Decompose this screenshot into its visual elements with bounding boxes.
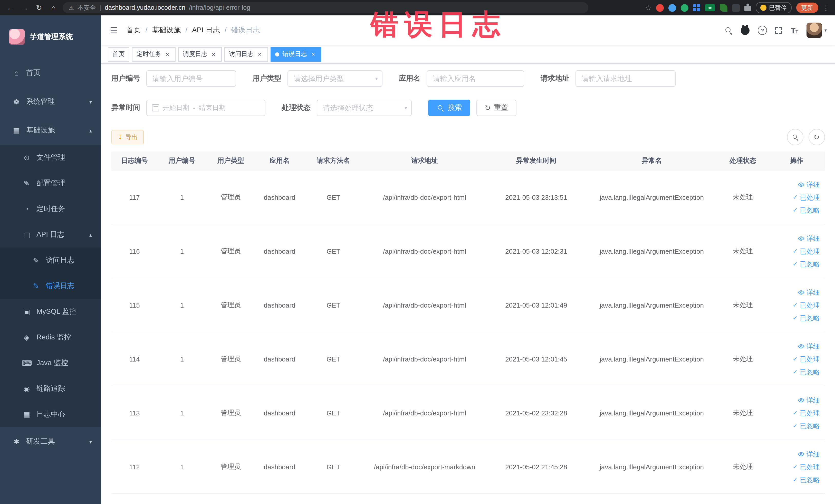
cell-method: GET (304, 224, 363, 278)
close-icon[interactable]: × (309, 51, 317, 58)
process-status-select[interactable] (317, 100, 412, 116)
mark-ignored-link[interactable]: ✓ 已忽略 (772, 311, 822, 324)
extension-icon-leaf[interactable] (720, 4, 728, 12)
mark-processed-link[interactable]: ✓ 已处理 (772, 406, 822, 419)
close-icon[interactable]: × (164, 51, 171, 58)
sidebar-item-infra[interactable]: ▦ 基础设施 ▴ (0, 116, 101, 145)
bookmark-star-icon[interactable]: ☆ (645, 4, 651, 12)
browser-menu-icon[interactable]: ⋮ (823, 4, 830, 12)
mark-ignored-link[interactable]: ✓ 已忽略 (772, 365, 822, 378)
tools-icon: ✱ (11, 438, 22, 446)
update-button[interactable]: 更新 (796, 3, 818, 13)
cell-exception-name: java.lang.IllegalArgumentException (586, 386, 717, 440)
back-icon[interactable]: ← (5, 4, 15, 12)
reload-icon[interactable]: ↻ (34, 4, 44, 12)
sidebar-item-log-center[interactable]: ▤ 日志中心 (0, 402, 101, 427)
mark-processed-link[interactable]: ✓ 已处理 (772, 352, 822, 365)
mark-processed-link[interactable]: ✓ 已处理 (772, 299, 822, 311)
cell-log-id: 117 (111, 170, 158, 224)
sidebar-collapse-icon[interactable]: ☰ (110, 25, 118, 36)
mark-ignored-link[interactable]: ✓ 已忽略 (772, 204, 822, 217)
search-button[interactable]: 搜索 (428, 100, 470, 116)
help-icon[interactable]: ? (758, 26, 767, 35)
sidebar-item-config-manage[interactable]: ✎ 配置管理 (0, 170, 101, 196)
sidebar-item-system[interactable]: ☸ 系统管理 ▾ (0, 87, 101, 116)
mark-ignored-link[interactable]: ✓ 已忽略 (772, 258, 822, 270)
sidebar-item-file-manage[interactable]: ⊙ 文件管理 (0, 145, 101, 170)
close-icon[interactable]: × (210, 51, 217, 58)
tab-schedule-log[interactable]: 调度日志 × (178, 47, 222, 61)
extension-icon-red[interactable] (656, 4, 664, 12)
app-name-input[interactable] (427, 70, 524, 87)
breadcrumb-infra[interactable]: 基础设施 (141, 26, 181, 35)
detail-link[interactable]: 详细 (772, 286, 822, 299)
mark-ignored-link[interactable]: ✓ 已忽略 (772, 473, 822, 486)
sidebar-item-access-log[interactable]: ✎ 访问日志 (0, 247, 101, 273)
sidebar-item-trace[interactable]: ◉ 链路追踪 (0, 376, 101, 402)
main-area: ☰ 首页 基础设施 API 日志 错误日志 ? TT ▾ (101, 15, 835, 504)
fullscreen-icon[interactable] (775, 27, 782, 34)
check-icon: ✓ (793, 406, 798, 419)
user-id-input[interactable] (146, 70, 236, 87)
detail-link[interactable]: 详细 (772, 447, 822, 460)
toggle-search-button[interactable] (787, 129, 803, 145)
tab-access-log[interactable]: 访问日志 × (224, 47, 268, 61)
sidebar-item-java-monitor[interactable]: ⌨ Java 监控 (0, 350, 101, 376)
browser-chrome: ← → ↻ ⌂ ⚠ 不安全 | dashboard.yudao.iocoder.… (0, 0, 835, 15)
column-header: 异常发生时间 (486, 152, 586, 170)
sidebar-item-error-log[interactable]: ✎ 错误日志 (0, 273, 101, 299)
table-row: 116 1 管理员 dashboard GET /api/infra/db-do… (111, 224, 825, 278)
breadcrumb-api-log[interactable]: API 日志 (181, 26, 220, 35)
detail-link[interactable]: 详细 (772, 178, 822, 191)
breadcrumb-home[interactable]: 首页 (126, 26, 141, 35)
field-label: 用户编号 (111, 74, 140, 83)
search-icon (437, 104, 444, 111)
sidebar-item-devtools[interactable]: ✱ 研发工具 ▾ (0, 427, 101, 456)
sidebar-item-mysql-monitor[interactable]: ▣ MySQL 监控 (0, 299, 101, 324)
user-type-select[interactable] (287, 70, 383, 87)
tab-scheduled-task[interactable]: 定时任务 × (132, 47, 176, 61)
cell-log-id: 112 (111, 440, 158, 494)
end-date-placeholder: 结束日期 (199, 103, 226, 113)
forward-icon[interactable]: → (20, 4, 30, 12)
tab-home[interactable]: 首页 (108, 47, 129, 61)
user-menu[interactable]: ▾ (807, 23, 827, 38)
extension-icon-grid[interactable] (693, 4, 700, 11)
reset-button[interactable]: ↻ 重置 (476, 100, 516, 116)
detail-link[interactable]: 详细 (772, 394, 822, 406)
extension-icon-dark[interactable] (732, 4, 740, 12)
mark-ignored-link[interactable]: ✓ 已忽略 (772, 419, 822, 432)
home-icon[interactable]: ⌂ (48, 4, 59, 12)
export-button[interactable]: ↧ 导出 (111, 130, 144, 144)
check-icon: ✓ (793, 460, 798, 473)
date-range-picker[interactable]: 开始日期 - 结束日期 (146, 100, 265, 116)
sidebar-logo[interactable]: 芋道管理系统 (0, 15, 101, 59)
edit-square-icon: ✎ (31, 282, 41, 290)
font-size-icon[interactable]: TT (791, 26, 798, 34)
detail-link[interactable]: 详细 (772, 232, 822, 245)
mark-processed-link[interactable]: ✓ 已处理 (772, 460, 822, 473)
sidebar-item-redis-monitor[interactable]: ◈ Redis 监控 (0, 324, 101, 350)
extensions-puzzle-icon[interactable] (745, 6, 751, 11)
search-icon[interactable] (725, 26, 733, 35)
sidebar-item-home[interactable]: ⌂ 首页 (0, 59, 101, 87)
error-log-table: 日志编号 用户编号 用户类型 应用名 请求方法名 请求地址 异常发生时间 异常名… (111, 152, 825, 494)
detail-link[interactable]: 详细 (772, 340, 822, 352)
extension-icon-green[interactable] (681, 4, 688, 12)
close-icon[interactable]: × (256, 51, 263, 58)
mark-processed-link[interactable]: ✓ 已处理 (772, 245, 822, 258)
monitor-icon: ⌨ (22, 359, 32, 367)
address-bar[interactable]: ⚠ 不安全 | dashboard.yudao.iocoder.cn/infra… (63, 2, 588, 13)
logo-image (9, 29, 25, 45)
request-url-input[interactable] (575, 70, 676, 87)
extension-icon-blue-drop[interactable] (668, 4, 676, 12)
field-label: 用户类型 (252, 74, 281, 83)
refresh-button[interactable]: ↻ (808, 129, 825, 145)
mark-processed-link[interactable]: ✓ 已处理 (772, 191, 822, 204)
sidebar-item-api-log[interactable]: ▤ API 日志 ▴ (0, 222, 101, 247)
sidebar-item-scheduled-task[interactable]: ◔ 定时任务 (0, 196, 101, 222)
paused-badge[interactable]: 已暂停 (756, 2, 791, 13)
github-icon[interactable] (741, 26, 750, 35)
tab-error-log[interactable]: 错误日志 × (270, 47, 321, 61)
extension-badge-on[interactable]: on (705, 4, 715, 11)
